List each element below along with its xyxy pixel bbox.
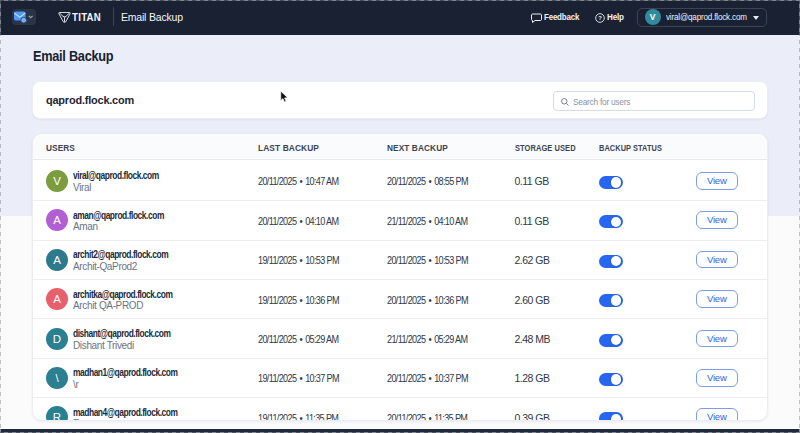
svg-text:?: ? — [598, 15, 602, 21]
